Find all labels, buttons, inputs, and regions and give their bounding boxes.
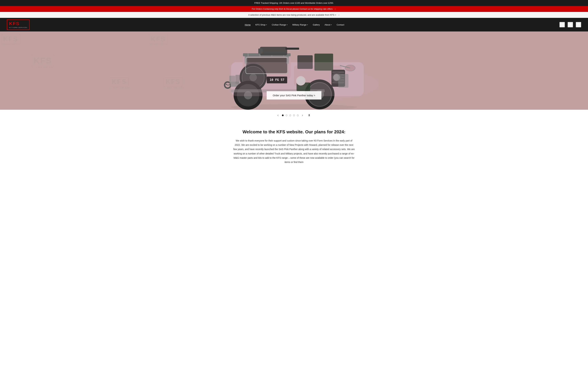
nav-kfs-shop[interactable]: KFS Shop ▾ [253, 22, 269, 27]
announcement-bar-black: FREE Tracked Shipping: UK Orders over £1… [0, 0, 588, 6]
nav-military-range[interactable]: Military Range ▾ [290, 22, 310, 27]
main-content: Welcome to the KFS website. Our plans fo… [229, 121, 359, 171]
announcement-text-red: For Orders Containing only Etch & Decal … [252, 8, 333, 10]
search-icon [561, 23, 564, 26]
account-button[interactable] [568, 22, 573, 27]
slide-dot-2[interactable] [286, 114, 287, 116]
nav-gallery[interactable]: Gallery [311, 22, 322, 27]
announcement-arrow-red: → [334, 8, 336, 10]
chevron-down-icon: ▾ [307, 24, 308, 26]
slide-dot-5[interactable] [297, 114, 299, 116]
svg-line-1 [563, 25, 563, 26]
cart-button[interactable] [576, 22, 581, 27]
logo[interactable]: KFS KIT FORM SERVICES [7, 19, 30, 30]
svg-rect-52 [338, 74, 348, 88]
svg-rect-47 [285, 48, 299, 50]
logo-box: KFS KIT FORM SERVICES [7, 19, 30, 30]
announcement-bar-gray[interactable]: A selection of previous M&G items are no… [0, 12, 588, 18]
chevron-down-icon: ▾ [287, 24, 287, 26]
main-body-text: We wish to thank everyone for their supp… [233, 139, 355, 164]
hero-cta-button[interactable]: Order your SAS Pink Panther today > [266, 91, 322, 99]
hero-section: KFS KIT FORM SERVICES KIT FORM SERVICES … [0, 32, 588, 110]
slide-dot-1[interactable] [282, 114, 284, 116]
svg-point-0 [561, 23, 563, 25]
svg-point-2 [570, 23, 571, 24]
search-button[interactable] [559, 22, 565, 27]
svg-rect-45 [260, 47, 287, 55]
svg-point-55 [297, 77, 304, 85]
nav-contact[interactable]: Contact [335, 22, 346, 27]
header-icons [559, 22, 581, 27]
main-nav: Home KFS Shop ▾ Civilian Range ▾ Militar… [243, 22, 346, 27]
slide-pause-button[interactable]: ⏸ [306, 113, 312, 117]
announcement-text-black: FREE Tracked Shipping: UK Orders over £1… [254, 2, 334, 4]
svg-rect-46 [258, 48, 263, 54]
cart-icon [577, 23, 580, 26]
nav-civilian-range[interactable]: Civilian Range ▾ [270, 22, 290, 27]
announcement-text-gray: A selection of previous M&G items are no… [248, 14, 336, 16]
pause-icon: ⏸ [308, 114, 311, 117]
nav-about[interactable]: About ▾ [322, 22, 334, 27]
chevron-down-icon: ▾ [266, 24, 267, 26]
slide-next-button[interactable]: › [301, 113, 304, 118]
account-icon [569, 23, 572, 26]
chevron-down-icon: ▾ [331, 24, 332, 26]
main-title: Welcome to the KFS website. Our plans fo… [233, 129, 355, 134]
slide-controls: ‹ › ⏸ [0, 110, 588, 121]
hero-cta-container: Order your SAS Pink Panther today > [266, 91, 322, 99]
logo-text: KFS [9, 21, 27, 26]
slide-dot-4[interactable] [293, 114, 295, 116]
slide-prev-button[interactable]: ‹ [276, 113, 280, 118]
logo-subtitle: KIT FORM SERVICES [9, 27, 27, 28]
announcement-bar-red[interactable]: For Orders Containing only Etch & Decal … [0, 6, 588, 12]
announcement-arrow-gray: → [338, 14, 340, 16]
slide-dot-3[interactable] [289, 114, 291, 116]
nav-home[interactable]: Home [243, 22, 253, 27]
site-header: KFS KIT FORM SERVICES Home KFS Shop ▾ Ci… [0, 18, 588, 32]
